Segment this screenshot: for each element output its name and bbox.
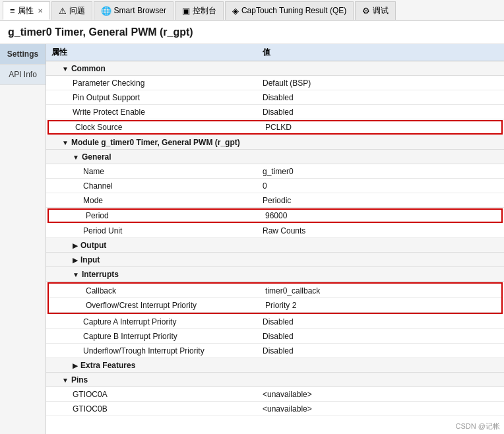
prop-parameter-checking[interactable]: Parameter Checking Default (BSP) xyxy=(46,76,504,90)
prop-gtioc0b[interactable]: GTIOC0B <unavailable> xyxy=(46,402,504,416)
prop-period-unit[interactable]: Period Unit Raw Counts xyxy=(46,224,504,238)
prop-capture-a-value: Disabled xyxy=(257,316,504,328)
section-extra[interactable]: ▶Extra Features xyxy=(46,358,504,373)
prop-gtioc0b-label: GTIOC0B xyxy=(46,403,257,415)
expand-interrupts-icon: ▼ xyxy=(73,271,79,278)
section-output[interactable]: ▶Output xyxy=(46,238,504,253)
prop-capture-b[interactable]: Capture B Interrupt Priority Disabled xyxy=(46,329,504,344)
tab-captouch-label: CapTouch Tuning Result (QE) xyxy=(241,6,346,15)
interrupt-highlight-group: Callback timer0_callback Overflow/Crest … xyxy=(47,282,503,314)
prop-underflow[interactable]: Underflow/Trough Interrupt Priority Disa… xyxy=(46,344,504,358)
prop-pin-output[interactable]: Pin Output Support Disabled xyxy=(46,90,504,105)
prop-parameter-checking-label: Parameter Checking xyxy=(46,77,257,89)
prop-overflow-priority-value: Priority 2 xyxy=(260,299,501,311)
tab-debug[interactable]: ⚙ 调试 xyxy=(355,1,396,20)
prop-capture-b-label: Capture B Interrupt Priority xyxy=(46,330,257,342)
section-general[interactable]: ▼General xyxy=(46,150,504,164)
prop-gtioc0a[interactable]: GTIOC0A <unavailable> xyxy=(46,387,504,402)
prop-callback[interactable]: Callback timer0_callback xyxy=(49,284,501,298)
properties-icon: ≡ xyxy=(10,6,15,16)
tab-smartbrowser-label: Smart Browser xyxy=(114,6,166,15)
prop-clock-source-label: Clock Source xyxy=(49,121,260,133)
tab-smartbrowser[interactable]: 🌐 Smart Browser xyxy=(94,1,173,20)
section-pins[interactable]: ▼Pins xyxy=(46,373,504,387)
props-col-value: 值 xyxy=(263,47,499,58)
main-area: g_timer0 Timer, General PWM (r_gpt) Sett… xyxy=(0,21,504,434)
section-general-label: ▼General xyxy=(46,151,257,163)
tab-properties-label: 属性 xyxy=(18,5,34,16)
prop-callback-label: Callback xyxy=(49,285,260,297)
prop-name[interactable]: Name g_timer0 xyxy=(46,164,504,179)
tab-debug-label: 调试 xyxy=(373,5,389,16)
expand-extra-icon: ▶ xyxy=(73,362,78,369)
prop-callback-value: timer0_callback xyxy=(260,285,501,297)
prop-capture-b-value: Disabled xyxy=(257,330,504,342)
page-title: g_timer0 Timer, General PWM (r_gpt) xyxy=(0,21,504,44)
prop-name-value: g_timer0 xyxy=(257,166,504,177)
expand-common-icon: ▼ xyxy=(62,65,69,73)
expand-pins-icon: ▼ xyxy=(62,377,69,384)
props-col-name: 属性 xyxy=(51,47,263,58)
section-output-label: ▶Output xyxy=(46,239,257,251)
prop-overflow-priority-label: Overflow/Crest Interrupt Priority xyxy=(49,299,260,311)
tab-bar: ≡ 属性 ✕ ⚠ 问题 🌐 Smart Browser ▣ 控制台 ◈ CapT… xyxy=(0,0,504,21)
tab-problems-label: 问题 xyxy=(69,5,85,16)
section-input[interactable]: ▶Input xyxy=(46,253,504,267)
captouch-icon: ◈ xyxy=(232,6,239,16)
watermark: CSDN @记帐 xyxy=(456,421,500,431)
sidebar: Settings API Info xyxy=(0,44,46,434)
expand-output-icon: ▶ xyxy=(73,242,78,249)
section-common[interactable]: ▼Common xyxy=(46,61,504,76)
section-interrupts-label: ▼Interrupts xyxy=(46,268,257,280)
expand-module-icon: ▼ xyxy=(62,139,69,146)
prop-channel[interactable]: Channel 0 xyxy=(46,179,504,193)
prop-underflow-value: Disabled xyxy=(257,345,504,357)
prop-gtioc0a-value: <unavailable> xyxy=(257,388,504,400)
prop-capture-a[interactable]: Capture A Interrupt Priority Disabled xyxy=(46,315,504,329)
section-interrupts[interactable]: ▼Interrupts xyxy=(46,267,504,282)
tab-close-properties[interactable]: ✕ xyxy=(38,7,43,15)
smartbrowser-icon: 🌐 xyxy=(101,6,111,16)
prop-capture-a-label: Capture A Interrupt Priority xyxy=(46,316,257,328)
prop-clock-source[interactable]: Clock Source PCLKD 时钟 xyxy=(47,120,503,135)
section-extra-label: ▶Extra Features xyxy=(46,359,257,371)
properties-panel: 属性 值 ▼Common Parameter Checking Default … xyxy=(46,44,504,434)
expand-input-icon: ▶ xyxy=(73,257,78,264)
prop-overflow-priority[interactable]: Overflow/Crest Interrupt Priority Priori… xyxy=(49,298,501,313)
debug-icon: ⚙ xyxy=(362,6,370,16)
prop-gtioc0b-value: <unavailable> xyxy=(257,403,504,415)
section-module-label: ▼Module g_timer0 Timer, General PWM (r_g… xyxy=(46,137,257,148)
tab-problems[interactable]: ⚠ 问题 xyxy=(51,1,92,20)
section-module[interactable]: ▼Module g_timer0 Timer, General PWM (r_g… xyxy=(46,135,504,150)
prop-underflow-label: Underflow/Trough Interrupt Priority xyxy=(46,345,257,357)
prop-period-unit-label: Period Unit xyxy=(46,225,257,237)
tab-properties[interactable]: ≡ 属性 ✕ xyxy=(3,1,50,20)
prop-period-label: Period xyxy=(49,210,260,222)
prop-name-label: Name xyxy=(46,166,257,177)
prop-mode-value: Periodic xyxy=(257,195,504,206)
expand-general-icon: ▼ xyxy=(73,154,79,161)
prop-mode[interactable]: Mode Periodic xyxy=(46,193,504,208)
tab-console[interactable]: ▣ 控制台 xyxy=(175,1,224,20)
prop-pin-output-value: Disabled xyxy=(257,92,504,104)
prop-pin-output-label: Pin Output Support xyxy=(46,92,257,104)
prop-channel-value: 0 xyxy=(257,180,504,192)
prop-channel-label: Channel xyxy=(46,180,257,192)
prop-mode-label: Mode xyxy=(46,195,257,206)
section-pins-label: ▼Pins xyxy=(46,374,257,386)
prop-period-unit-value: Raw Counts xyxy=(257,225,504,237)
prop-clock-source-value: PCLKD xyxy=(260,121,501,133)
sidebar-settings[interactable]: Settings xyxy=(0,44,46,65)
section-common-label: ▼Common xyxy=(46,63,257,75)
tab-console-label: 控制台 xyxy=(193,5,216,16)
sidebar-apiinfo[interactable]: API Info xyxy=(0,65,46,85)
console-icon: ▣ xyxy=(182,6,190,16)
prop-write-protect[interactable]: Write Protect Enable Disabled xyxy=(46,105,504,119)
props-header: 属性 值 xyxy=(46,44,504,61)
tab-captouch[interactable]: ◈ CapTouch Tuning Result (QE) xyxy=(225,1,354,20)
content-area: Settings API Info 属性 值 ▼Common Parameter… xyxy=(0,44,504,434)
prop-write-protect-label: Write Protect Enable xyxy=(46,106,257,118)
prop-period[interactable]: Period 96000 计数值 xyxy=(47,208,503,223)
prop-period-value: 96000 xyxy=(260,210,501,222)
prop-gtioc0a-label: GTIOC0A xyxy=(46,388,257,400)
